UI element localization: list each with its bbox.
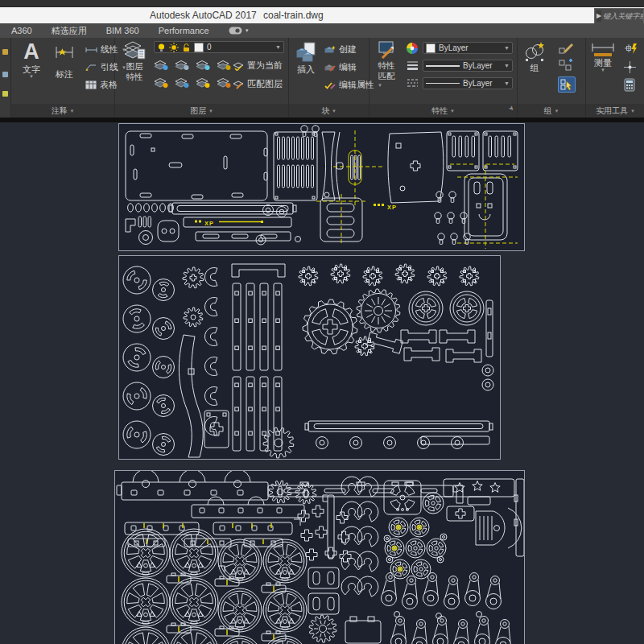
text-label: 文字 [23,64,40,74]
group-edit-icon[interactable] [558,41,574,55]
panel-label-group[interactable]: 组 ▼ [518,104,585,118]
text-caret-icon: ▼ [29,74,34,79]
layer-unlock-icon [182,43,191,52]
layer-dropdown[interactable]: 0 ▼ [154,41,284,53]
block-create-label: 创建 [339,43,357,56]
clipped-icon [2,91,8,97]
leader-icon [85,64,97,71]
measure-icon [591,43,615,57]
search-expand-icon[interactable]: ▶ [597,10,601,22]
tab-featured-apps[interactable]: 精选应用 [52,25,87,37]
part-sheet-bottom[interactable] [114,470,525,644]
drawing-canvas[interactable]: XPXP [0,122,644,644]
layer-properties-button[interactable]: 图层 特性 [118,39,151,81]
set-current-label: 置为当前 [247,60,283,72]
panel-label-properties[interactable]: 特性 ▼➤ [369,104,517,118]
layer-tool-icon[interactable] [196,76,210,89]
panel-label-annotate[interactable]: 注释 ▼ [11,104,114,118]
group-selection-toggle[interactable] [558,76,576,93]
group-selection-icon [559,77,575,92]
group-ungroup-icon[interactable] [558,59,574,72]
block-edit-icon [324,63,336,72]
dimension-label: 标注 [56,69,73,79]
object-color-icon[interactable] [407,43,418,54]
panel-layers: 图层 特性 0 ▼ 图层 ▼ 置为当前 匹配图层 [115,38,289,118]
point-icon[interactable] [623,60,637,74]
match-properties-icon [376,40,397,60]
match-properties-label2: 匹配 [378,71,395,80]
ribbon: A 文字 ▼ 标注 线性▼ 引线▼ 表格 注释 ▼ [0,38,644,118]
layer-tool-icon[interactable] [217,76,231,89]
group-button[interactable]: 组 [521,41,548,72]
group-icon [524,41,545,62]
media-caret-icon: ▼ [245,28,250,33]
part-sheet-middle[interactable] [118,255,501,460]
block-create-button[interactable]: 创建 [324,43,357,56]
measure-label: 测量 [594,58,612,68]
id-point-icon[interactable] [623,42,638,56]
color-dropdown[interactable]: ByLayer ▼ [423,42,513,54]
color-swatch [426,43,436,53]
linetype-swatch [426,83,460,84]
layer-thaw-sun-icon [169,43,179,52]
block-edit-button[interactable]: 编辑 [324,61,357,73]
help-search-box[interactable]: ▶ 键入关键字或 [594,8,644,24]
lineweight-icon[interactable] [407,60,419,70]
match-layer-button[interactable]: 匹配图层 [233,78,283,90]
window-top-strip [0,0,644,7]
tab-a360[interactable]: A360 [11,26,32,35]
layer-properties-label2: 特性 [126,72,143,81]
table-icon [85,80,97,89]
group-label: 组 [530,63,539,72]
text-icon: A [23,39,39,64]
insert-label: 插入 [297,64,315,74]
media-button[interactable]: ▼ [229,27,250,35]
table-button[interactable]: 表格 [85,79,118,91]
part-sheet-top[interactable]: XPXP [118,123,525,251]
measure-caret-icon: ▼ [601,68,605,72]
ribbon-tab-row: A360 精选应用 BIM 360 Performance ▼ [0,23,644,38]
calculator-icon[interactable] [624,78,635,92]
clipped-icon [2,49,8,55]
layer-properties-icon [123,39,146,60]
layer-tool-icon[interactable] [217,59,231,71]
linetype-value: ByLayer [463,79,493,88]
dimension-button[interactable]: 标注 [48,43,80,79]
ribbon-clipped-panel [0,38,11,118]
panel-properties: 特性 匹配 ByLayer ▼ ByLayer ▼ [369,38,518,118]
insert-button[interactable]: 插入 [292,41,320,74]
media-icon [229,27,242,35]
linetype-dropdown[interactable]: ByLayer ▼ [423,77,513,89]
match-properties-label: 特性 [378,60,395,70]
layer-tool-icon[interactable] [175,59,189,71]
layer-tool-icon[interactable] [154,76,168,89]
layer-tool-icon[interactable] [196,59,210,71]
linetype-icon[interactable] [407,78,419,88]
panel-label-utilities[interactable]: 实用工具 ▼ [586,104,644,118]
block-create-icon [324,45,336,54]
color-value: ByLayer [439,43,469,52]
layer-on-bulb-icon [157,43,166,52]
insert-icon [295,41,317,64]
dimension-icon [54,43,75,62]
panel-annotate: A 文字 ▼ 标注 线性▼ 引线▼ 表格 注释 ▼ [11,38,115,118]
layer-tool-icon[interactable] [154,59,168,71]
linear-icon [85,47,97,53]
block-edit-label: 编辑 [339,61,357,73]
text-button[interactable]: A 文字 ▼ [18,39,45,79]
match-properties-button[interactable]: 特性 匹配 [371,40,402,80]
lineweight-dropdown[interactable]: ByLayer ▼ [423,60,513,72]
panel-label-layers[interactable]: 图层 ▼ [115,104,288,118]
panel-block: 插入 创建 编辑 编辑属性▼ 块 ▼ [289,38,369,118]
search-placeholder[interactable]: 键入关键字或 [603,11,644,22]
layer-tool-icon[interactable] [175,76,189,89]
tab-performance[interactable]: Performance [159,26,209,35]
layer-dropdown-caret-icon: ▼ [275,44,281,50]
tab-bim360[interactable]: BIM 360 [106,26,139,35]
measure-button[interactable]: 测量 ▼ [588,43,618,72]
set-current-button[interactable]: 置为当前 [233,60,283,72]
dialog-launcher-icon[interactable]: ➤ [505,101,518,115]
document-title: coal-train.dwg [263,10,324,21]
panel-label-block[interactable]: 块 ▼ [289,104,369,118]
match-layer-icon [233,80,244,89]
